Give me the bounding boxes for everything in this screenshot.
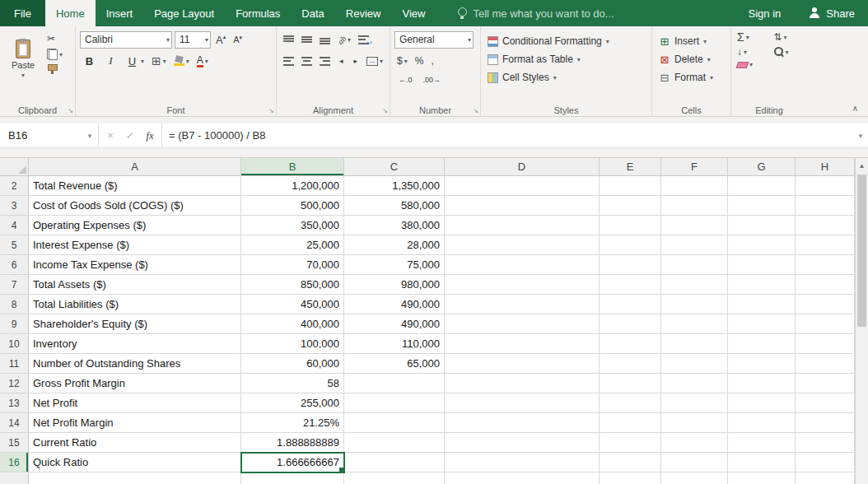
cell-A10[interactable]: Inventory [29,334,241,354]
cell-H4[interactable] [796,216,855,235]
tab-insert[interactable]: Insert [96,0,144,26]
cell-H2[interactable] [796,176,855,196]
cell-A13[interactable]: Net Profit [29,393,241,413]
row-header-2[interactable]: 2 [0,176,29,196]
cell-D12[interactable] [445,374,600,393]
cell-E12[interactable] [600,374,661,393]
cell-F2[interactable] [661,176,728,196]
cell-E4[interactable] [600,216,661,235]
cell-H6[interactable] [796,255,855,275]
cell-B15[interactable]: 1.888888889 [241,433,344,453]
bold-button[interactable]: B [80,54,99,68]
sign-in-button[interactable]: Sign in [734,0,796,26]
cell-D14[interactable] [445,413,600,433]
cell-F9[interactable] [661,314,728,334]
cell-C2[interactable]: 1,350,000 [344,176,445,196]
cell-D16[interactable] [445,453,600,472]
cell-F4[interactable] [661,216,728,235]
cell-H5[interactable] [796,235,855,255]
row-header-11[interactable]: 11 [0,354,29,374]
insert-button[interactable]: ⊞Insert▾ [656,32,727,50]
cell-G5[interactable] [728,235,796,255]
cell-D5[interactable] [445,235,600,255]
cell-C3[interactable]: 580,000 [344,196,445,216]
cell-D6[interactable] [445,255,600,275]
cell-B16[interactable]: 1.666666667 [241,453,344,472]
clipboard-dialog-launcher[interactable]: ↘ [68,108,73,114]
cell-D8[interactable] [445,295,600,314]
cell-H13[interactable] [796,393,855,413]
cell-F14[interactable] [661,413,728,433]
cell-G7[interactable] [728,275,796,295]
cell-B11[interactable]: 60,000 [241,354,344,374]
cell-E6[interactable] [600,255,661,275]
cell-D2[interactable] [445,176,600,196]
italic-button[interactable]: I [101,54,120,68]
cell-Hx[interactable] [796,472,855,484]
align-left-button[interactable] [281,56,296,67]
clear-button[interactable]: ▾ [735,60,768,69]
cell-Dx[interactable] [445,472,600,484]
cell-Gx[interactable] [728,472,796,484]
cell-E2[interactable] [600,176,661,196]
column-header-e[interactable]: E [600,158,661,176]
wrap-text-button[interactable]: ↩ [356,35,371,45]
cell-A11[interactable]: Number of Outstanding Shares [29,354,241,374]
cell-H14[interactable] [796,413,855,433]
cell-A15[interactable]: Current Ratio [29,433,241,453]
column-header-a[interactable]: A [29,158,241,176]
decrease-indent-button[interactable]: ◂ [335,55,348,67]
cut-button[interactable]: ✂ [44,32,65,45]
decrease-font-size-button[interactable]: A▾ [231,34,245,45]
tab-formulas[interactable]: Formulas [225,0,291,26]
cell-F7[interactable] [661,275,728,295]
cell-F10[interactable] [661,334,728,354]
row-header-12[interactable]: 12 [0,374,29,393]
cell-C16[interactable] [344,453,445,472]
accounting-format-button[interactable]: $▾ [394,54,410,67]
font-dialog-launcher[interactable]: ↘ [268,108,274,114]
expand-formula-bar-button[interactable]: ▾ [853,123,868,147]
merge-center-button[interactable]: ↔▾ [364,56,385,67]
cell-A14[interactable]: Net Profit Margin [29,413,241,433]
cell-D4[interactable] [445,216,600,235]
cell-C7[interactable]: 980,000 [344,275,445,295]
cell-C15[interactable] [344,433,445,453]
cell-A9[interactable]: Shareholder's Equity ($) [29,314,241,334]
cell-G14[interactable] [728,413,796,433]
column-header-d[interactable]: D [445,158,600,176]
cell-Fx[interactable] [661,472,728,484]
tab-review[interactable]: Review [335,0,392,26]
format-painter-button[interactable] [44,63,65,76]
cell-E9[interactable] [600,314,661,334]
cell-G3[interactable] [728,196,796,216]
cell-E10[interactable] [600,334,661,354]
cell-E11[interactable] [600,354,661,374]
cell-H11[interactable] [796,354,855,374]
cell-C11[interactable]: 65,000 [344,354,445,374]
row-header-9[interactable]: 9 [0,314,29,334]
middle-align-button[interactable] [299,35,315,45]
cell-B7[interactable]: 850,000 [241,275,344,295]
align-right-button[interactable] [317,56,333,67]
increase-decimal-button[interactable]: ←.0 [394,74,417,86]
cell-A4[interactable]: Operating Expenses ($) [29,216,241,235]
cell-H7[interactable] [796,275,855,295]
bottom-align-button[interactable] [317,35,333,45]
column-header-f[interactable]: F [661,158,728,176]
cell-H3[interactable] [796,196,855,216]
comma-style-button[interactable]: , [428,54,436,67]
cell-A12[interactable]: Gross Profit Margin [29,374,241,393]
column-header-h[interactable]: H [796,158,855,176]
font-color-button[interactable]: A▾ [194,54,211,67]
row-header-6[interactable]: 6 [0,255,29,275]
cell-G6[interactable] [728,255,796,275]
cell-F16[interactable] [661,453,728,472]
underline-button[interactable]: U▾ [123,54,147,68]
cell-H8[interactable] [796,295,855,314]
cell-A3[interactable]: Cost of Goods Sold (COGS) ($) [29,196,241,216]
cell-F6[interactable] [661,255,728,275]
row-header-4[interactable]: 4 [0,216,29,235]
font-name-combo[interactable]: Calibri ▾ [80,31,172,49]
select-all-button[interactable] [0,158,29,176]
